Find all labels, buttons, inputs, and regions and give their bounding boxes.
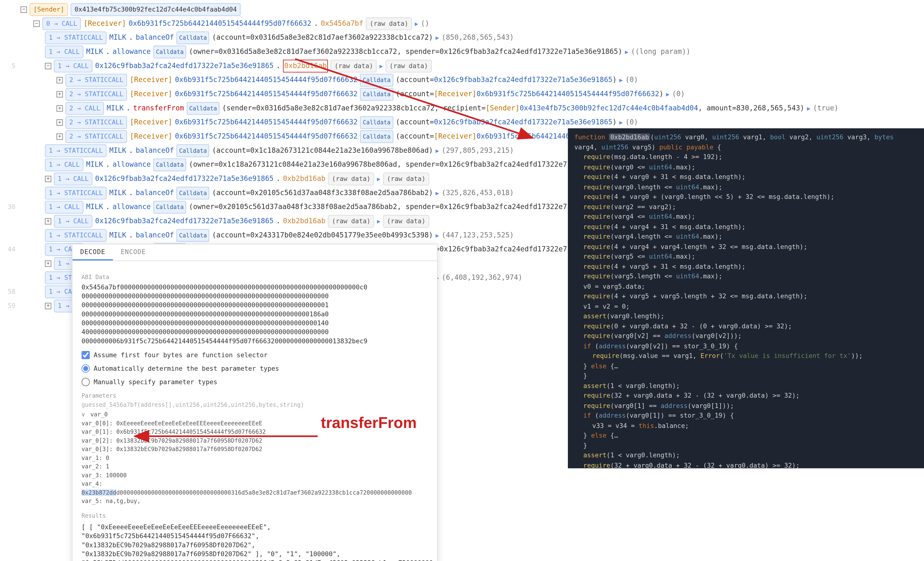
play-icon[interactable]: ▶: [377, 216, 380, 227]
expand-icon[interactable]: +: [57, 134, 63, 140]
play-icon[interactable]: ▶: [620, 74, 623, 86]
expand-icon[interactable]: +: [57, 105, 63, 112]
auto-radio[interactable]: [82, 364, 90, 373]
depth-pill[interactable]: 1 → CALL: [45, 159, 84, 171]
selector-checkbox[interactable]: [82, 351, 90, 359]
function-name[interactable]: balanceOf: [136, 145, 174, 157]
depth-pill[interactable]: 1 → CALL: [54, 60, 93, 72]
function-name[interactable]: allowance: [112, 159, 151, 171]
expand-icon[interactable]: +: [45, 176, 51, 182]
function-name[interactable]: balanceOf: [136, 32, 174, 44]
depth-pill[interactable]: 2 → STATICCALL: [66, 74, 127, 87]
calldata-tag[interactable]: Calldata: [360, 130, 393, 143]
function-name[interactable]: balanceOf: [136, 188, 174, 199]
args[interactable]: (raw data): [366, 17, 412, 30]
play-icon[interactable]: ▶: [625, 46, 628, 58]
expand-icon[interactable]: +: [45, 261, 51, 267]
depth-pill[interactable]: 1 → STATICCALL: [45, 187, 107, 200]
depth-pill[interactable]: 0 → CALL: [42, 17, 81, 30]
trace-row: +2 → STATICCALL[Receiver]0x6b931f5c725b6…: [6, 87, 918, 102]
expand-icon[interactable]: −: [21, 6, 27, 13]
play-icon[interactable]: ▶: [666, 88, 669, 100]
calldata-tag[interactable]: Calldata: [177, 144, 210, 157]
sender-label[interactable]: [Sender]: [30, 3, 68, 16]
depth-pill[interactable]: 2 → STATICCALL: [66, 116, 127, 129]
sender-tx[interactable]: 0x413e4fb75c300b92fec12d7c44e4c0b4faab4d…: [71, 3, 241, 16]
play-icon[interactable]: ▶: [377, 173, 380, 185]
play-icon[interactable]: ▶: [435, 188, 439, 199]
function-name[interactable]: transferFrom: [133, 103, 184, 114]
play-icon[interactable]: ▶: [807, 103, 810, 114]
contract-name[interactable]: MILK: [109, 32, 126, 44]
expand-icon[interactable]: +: [57, 119, 63, 126]
depth-pill[interactable]: 2 → STATICCALL: [66, 88, 127, 100]
args: (account=0x0316d5a8e3e82c81d7aef3602a922…: [212, 32, 433, 44]
calldata-tag[interactable]: Calldata: [177, 229, 210, 242]
function-name[interactable]: balanceOf: [136, 230, 174, 241]
radio-auto[interactable]: Automatically determine the best paramet…: [82, 364, 428, 373]
trace-row: 5−1 → CALL0x126c9fbab3a2fca24edfd17322e7…: [6, 59, 918, 73]
expand-icon[interactable]: −: [45, 63, 51, 69]
play-icon[interactable]: ▶: [435, 230, 439, 241]
play-icon[interactable]: ▶: [435, 145, 439, 157]
address[interactable]: 0x126c9fbab3a2fca24edfd17322e71a5e36e918…: [95, 216, 274, 227]
function-name[interactable]: allowance: [112, 46, 151, 58]
calldata-tag[interactable]: Calldata: [187, 102, 220, 115]
radio-manual[interactable]: Manually specify parameter types: [82, 378, 428, 386]
manual-radio[interactable]: [82, 378, 90, 386]
args: (account=0x126c9fbab3a2fca24edfd17322e71…: [396, 74, 617, 86]
expand-icon[interactable]: +: [45, 218, 51, 225]
calldata-tag[interactable]: Calldata: [153, 201, 186, 214]
depth-pill[interactable]: 2 → STATICCALL: [66, 130, 127, 143]
calldata-tag[interactable]: Calldata: [177, 187, 210, 200]
function-name[interactable]: allowance: [112, 201, 151, 213]
expand-icon[interactable]: −: [33, 21, 40, 27]
address[interactable]: 0x6b931f5c725b64421440515454444f95d07f66…: [175, 74, 358, 86]
trace-row: +2 → STATICCALL[Receiver]0x6b931f5c725b6…: [6, 116, 918, 130]
tab-decode[interactable]: DECODE: [72, 244, 113, 261]
depth-pill[interactable]: 2 → CALL: [66, 102, 104, 115]
check-selector[interactable]: Assume first four bytes are function sel…: [82, 351, 428, 359]
args: (account=0x243317b0e824e02db0451779e35ee…: [212, 230, 433, 241]
depth-pill[interactable]: 1 → STATICCALL: [45, 32, 107, 44]
play-icon[interactable]: ▶: [380, 60, 383, 72]
args[interactable]: (raw data): [328, 215, 374, 228]
expand-icon[interactable]: +: [57, 91, 63, 98]
address[interactable]: 0x6b931f5c725b64421440515454444f95d07f66…: [175, 88, 358, 100]
contract-name[interactable]: MILK: [86, 159, 103, 171]
return-value[interactable]: (raw data): [383, 215, 429, 228]
tab-encode[interactable]: ENCODE: [113, 244, 153, 261]
contract-name[interactable]: MILK: [109, 145, 126, 157]
calldata-tag[interactable]: Calldata: [153, 45, 186, 58]
contract-name[interactable]: MILK: [86, 46, 103, 58]
contract-name[interactable]: MILK: [109, 188, 126, 199]
address[interactable]: 0x6b931f5c725b64421440515454444f95d07f66…: [175, 131, 358, 142]
address[interactable]: 0x6b931f5c725b64421440515454444f95d07f66…: [129, 18, 311, 30]
play-icon[interactable]: ▶: [415, 18, 418, 30]
args[interactable]: (raw data): [331, 60, 377, 72]
play-icon[interactable]: ▶: [435, 32, 439, 44]
depth-pill[interactable]: 1 → CALL: [54, 215, 93, 228]
calldata-tag[interactable]: Calldata: [360, 74, 393, 87]
contract-name[interactable]: MILK: [106, 103, 124, 114]
args[interactable]: (raw data): [328, 172, 374, 185]
address[interactable]: 0x126c9fbab3a2fca24edfd17322e71a5e36e918…: [95, 173, 274, 185]
address[interactable]: 0x6b931f5c725b64421440515454444f95d07f66…: [175, 117, 358, 128]
depth-pill[interactable]: 1 → CALL: [54, 172, 93, 185]
contract-name[interactable]: MILK: [86, 201, 103, 213]
calldata-tag[interactable]: Calldata: [177, 32, 210, 44]
calldata-tag[interactable]: Calldata: [153, 159, 186, 171]
calldata-tag[interactable]: Calldata: [360, 88, 393, 100]
depth-pill[interactable]: 1 → STATICCALL: [45, 229, 107, 242]
expand-icon[interactable]: +: [57, 77, 63, 84]
play-icon[interactable]: ▶: [620, 117, 623, 128]
address[interactable]: 0x126c9fbab3a2fca24edfd17322e71a5e36e918…: [95, 60, 274, 72]
return-value[interactable]: (raw data): [383, 172, 429, 185]
calldata-tag[interactable]: Calldata: [360, 116, 393, 129]
depth-pill[interactable]: 1 → CALL: [45, 201, 84, 214]
return-value[interactable]: (raw data): [386, 60, 432, 72]
depth-pill[interactable]: 1 → STATICCALL: [45, 144, 107, 157]
expand-icon[interactable]: +: [45, 303, 51, 309]
depth-pill[interactable]: 1 → CALL: [45, 45, 84, 58]
contract-name[interactable]: MILK: [109, 230, 126, 241]
